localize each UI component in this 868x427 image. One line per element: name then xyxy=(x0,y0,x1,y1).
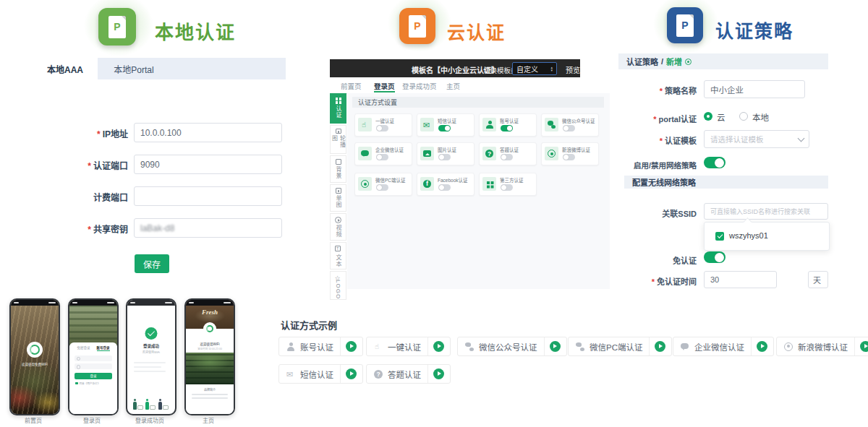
ip-label: *IP地址 xyxy=(33,127,128,139)
carousel-icon xyxy=(336,129,341,134)
wechat-pc-icon xyxy=(576,342,584,351)
welcome-band: 欢迎使用WiFi 营业时间 10:00-21:00 xyxy=(186,335,234,353)
figure-illustration xyxy=(145,402,149,410)
method-toggle[interactable] xyxy=(563,125,575,131)
template-type-select[interactable]: 自定义 ▴▾ xyxy=(512,62,557,75)
ssid-search-input[interactable]: 可直接输入SSID名称进行搜索关联 xyxy=(704,203,828,220)
phone-caption: 登录页 xyxy=(67,416,117,424)
success-title: 登录成功 xyxy=(127,343,175,349)
phone-status-bar xyxy=(186,300,234,306)
play-icon[interactable] xyxy=(433,341,444,352)
example-wechat-pc[interactable]: 微信PC端认证 xyxy=(568,337,672,356)
wechat-pc-icon xyxy=(358,177,372,191)
radio-cloud[interactable] xyxy=(704,112,712,121)
editor-tabbar xyxy=(330,77,610,94)
sidebar-item-single-image[interactable]: 单图 xyxy=(330,184,346,212)
acct-port-input[interactable] xyxy=(134,186,282,206)
breadcrumb-current: 新增 xyxy=(666,56,682,67)
example-one-key[interactable]: 一键认证 xyxy=(366,337,451,356)
ssid-option[interactable]: wszyhys01 xyxy=(729,231,768,240)
method-card-weibo: 新浪微博认证 xyxy=(541,142,599,165)
free-time-label: *免认证时间 xyxy=(618,275,697,287)
agree-line: 同意《用户协议》 xyxy=(75,381,111,385)
video-icon xyxy=(335,217,341,223)
play-icon[interactable] xyxy=(655,341,665,352)
tab-local-aaa[interactable]: 本地AAA xyxy=(33,58,98,79)
portal-doc-icon: P xyxy=(109,16,126,38)
method-card-wechat-pc: 微信PC端认证 xyxy=(354,173,412,196)
method-toggle[interactable] xyxy=(563,154,575,160)
example-sms[interactable]: 短信认证 xyxy=(278,364,363,384)
preview-button[interactable]: 预览 xyxy=(566,64,580,75)
example-account[interactable]: 账号认证 xyxy=(278,337,363,356)
method-toggle[interactable] xyxy=(501,154,513,160)
save-button[interactable]: 保存 xyxy=(135,254,169,273)
method-toggle[interactable] xyxy=(501,184,513,191)
play-icon[interactable] xyxy=(346,341,357,352)
radio-cloud-label[interactable]: 云 xyxy=(717,111,726,123)
breadcrumb-root[interactable]: 认证策略 xyxy=(626,56,658,67)
method-toggle[interactable] xyxy=(376,125,388,131)
tab-login-page[interactable]: 登录页 xyxy=(374,81,395,91)
sidebar-item-logo[interactable]: LOGO xyxy=(330,271,346,300)
figure-illustration xyxy=(133,402,137,410)
method-toggle[interactable] xyxy=(438,154,451,160)
sidebar-item-background[interactable]: 背景 xyxy=(330,155,346,183)
free-time-unit: 天 xyxy=(808,271,828,288)
example-wecom[interactable]: 企业微信认证 xyxy=(673,337,774,356)
play-icon[interactable] xyxy=(346,368,357,379)
cloud-auth-title: 云认证 xyxy=(447,18,506,44)
wecom-icon xyxy=(358,147,372,160)
method-toggle[interactable] xyxy=(438,125,451,131)
play-icon[interactable] xyxy=(757,341,767,352)
phone-status-bar xyxy=(69,300,117,306)
free-auth-toggle[interactable] xyxy=(704,251,726,263)
method-card-thirdparty: 第三方认证 xyxy=(479,173,537,196)
method-card-wechat-official: 微信公众号认证 xyxy=(541,113,599,137)
method-toggle[interactable] xyxy=(376,184,388,191)
auth-template-select[interactable]: 请选择认证模板 xyxy=(704,130,809,148)
question-icon xyxy=(374,370,383,379)
play-icon[interactable] xyxy=(550,341,561,352)
play-icon[interactable] xyxy=(860,341,868,352)
free-time-input[interactable]: 30 xyxy=(704,271,777,288)
tab-local-portal[interactable]: 本地Portal xyxy=(98,58,170,79)
ip-input[interactable]: 10.0.0.100 xyxy=(134,123,282,142)
radio-local-label[interactable]: 本地 xyxy=(752,111,769,123)
picture-icon xyxy=(420,147,434,160)
method-toggle[interactable] xyxy=(501,125,513,131)
method-toggle[interactable] xyxy=(376,154,388,160)
login-panel: 免密登录 账号登录 登录 同意《用户协议》 xyxy=(69,342,117,414)
welcome-text: 欢迎使用WiFi xyxy=(186,342,234,346)
sidebar-item-auth[interactable]: 认证 xyxy=(330,93,346,124)
sidebar-item-carousel[interactable]: 轮播图 xyxy=(330,125,346,154)
tab-front-page[interactable]: 前置页 xyxy=(341,81,362,91)
auth-port-input[interactable]: 9090 xyxy=(134,155,282,174)
method-card-image: 图片认证 xyxy=(417,142,475,165)
cart-illustration xyxy=(163,405,169,410)
login-button: 登录 xyxy=(75,373,112,379)
example-weibo[interactable]: 新浪微博认证 xyxy=(776,337,868,356)
policy-name-input[interactable]: 中小企业 xyxy=(704,80,805,98)
portal-doc-icon: P xyxy=(409,15,426,38)
example-wechat-official[interactable]: 微信公众号认证 xyxy=(457,337,567,356)
phone-status-bar xyxy=(11,300,59,306)
auth-template-label: *认证模板 xyxy=(618,134,697,146)
sidebar-item-text[interactable]: 文本 xyxy=(330,242,346,269)
text-icon xyxy=(335,246,342,253)
tab-home-page[interactable]: 主页 xyxy=(446,81,460,91)
secret-input[interactable]: laBak-d8 xyxy=(134,218,282,238)
play-icon[interactable] xyxy=(433,368,444,379)
example-quiz[interactable]: 答题认证 xyxy=(366,364,451,384)
sidebar-item-video[interactable]: 视频 xyxy=(330,213,346,241)
one-key-icon xyxy=(358,118,372,131)
policy-breadcrumb: 认证策略 / 新增 xyxy=(618,53,828,69)
enable-policy-toggle[interactable] xyxy=(704,157,726,168)
star-icon xyxy=(335,275,342,278)
local-auth-icon: P xyxy=(98,8,136,46)
acct-port-label: 计费端口 xyxy=(33,191,128,203)
method-toggle[interactable] xyxy=(438,184,451,191)
ssid-checkbox[interactable] xyxy=(715,232,724,241)
tab-login-success-page[interactable]: 登录成功页 xyxy=(402,81,437,91)
radio-local[interactable] xyxy=(739,112,748,121)
